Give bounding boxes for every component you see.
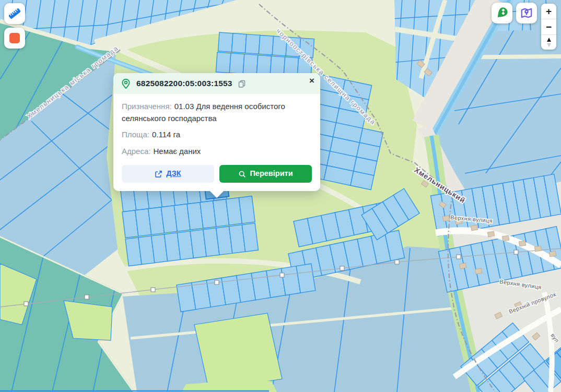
map-canvas[interactable]: Хмельницька міська громада чорноострівсь… [0, 0, 561, 392]
external-link-icon [155, 170, 162, 178]
location-pin-icon [121, 78, 131, 89]
field-address: Адреса:Немає даних [122, 146, 312, 158]
dzk-label: ДЗК [166, 168, 181, 180]
compass-button[interactable] [541, 35, 556, 50]
cadastral-map-app: Хмельницька міська громада чорноострівсь… [0, 0, 561, 392]
green-parcel[interactable] [194, 313, 282, 390]
zoom-control: + − [541, 4, 556, 50]
verify-label: Перевірити [250, 168, 293, 180]
area-marker-button[interactable] [4, 28, 25, 49]
field-label: Призначення: [122, 102, 172, 111]
field-label: Площа: [122, 130, 149, 139]
close-icon[interactable]: × [309, 76, 314, 85]
dzk-link-button[interactable]: ДЗК [122, 165, 214, 183]
copy-icon[interactable] [238, 79, 246, 88]
zoom-in-button[interactable]: + [541, 4, 556, 19]
popup-header: 6825082200:05:003:1553 × [113, 73, 320, 94]
field-value: 0.114 га [152, 130, 180, 139]
orange-square-icon [9, 33, 20, 43]
compass-needle-icon [544, 37, 554, 48]
field-purpose: Призначення:01.03 Для ведення особистого… [122, 101, 312, 124]
popup-actions: ДЗК Перевірити [122, 165, 312, 183]
cadastral-number: 6825082200:05:003:1553 [136, 79, 232, 88]
verify-button[interactable]: Перевірити [219, 165, 312, 183]
cadastre-layer-button[interactable] [492, 3, 512, 23]
field-area: Площа:0.114 га [122, 129, 312, 141]
parcel-info-popup: 6825082200:05:003:1553 × Призначення:01.… [113, 73, 320, 191]
map-icon [520, 6, 533, 20]
search-icon [238, 170, 246, 178]
checkered-pin-icon [495, 6, 509, 20]
popup-body: Призначення:01.03 Для ведення особистого… [113, 94, 320, 191]
field-label: Адреса: [122, 147, 150, 156]
measure-tool-button[interactable] [4, 3, 25, 24]
field-value: Немає даних [153, 147, 201, 156]
ruler-icon [8, 7, 21, 20]
zoom-out-button[interactable]: − [541, 19, 556, 34]
basemap-button[interactable] [516, 3, 537, 23]
